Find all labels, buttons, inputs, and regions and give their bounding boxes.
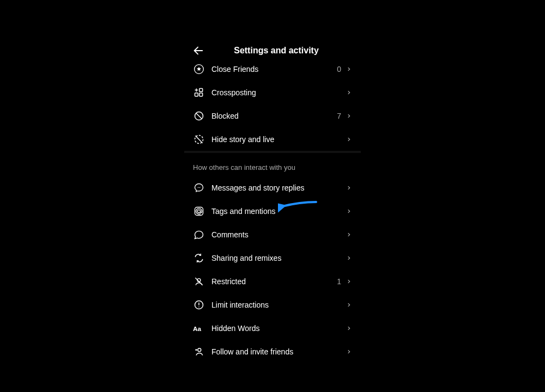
row-label: Limit interactions [211,301,346,309]
blocked-icon [193,110,205,122]
row-label: Sharing and remixes [211,254,346,262]
at-icon [193,205,205,217]
row-tags-mentions[interactable]: Tags and mentions [184,199,361,223]
messenger-icon [193,182,205,194]
chevron-right-icon [346,348,352,355]
chevron-right-icon [346,89,352,96]
row-label: Hide story and live [211,135,346,144]
settings-screen: Settings and activity Close Friends 0 [184,38,361,365]
svg-point-12 [197,210,200,212]
row-sharing[interactable]: Sharing and remixes [184,246,361,270]
aa-icon: Aa [193,322,205,334]
row-blocked[interactable]: Blocked 7 [184,104,361,127]
row-label: Blocked [211,112,337,120]
row-label: Close Friends [211,65,337,74]
row-value: 1 [337,277,341,286]
row-label: Crossposting [211,88,346,97]
svg-line-8 [196,113,202,119]
person-plus-icon [193,346,205,358]
row-close-friends[interactable]: Close Friends 0 [184,57,361,81]
grid-plus-icon [193,87,205,99]
row-label: Comments [211,230,346,239]
row-label: Messages and story replies [211,183,346,192]
svg-point-19 [198,348,201,351]
row-limit-interactions[interactable]: Limit interactions [184,293,361,316]
row-hide-story[interactable]: Hide story and live [184,127,361,151]
row-label: Follow and invite friends [211,347,346,356]
chevron-right-icon [346,278,352,285]
settings-list: Close Friends 0 Crossposting [184,57,361,363]
svg-rect-2 [195,93,198,96]
star-circle-icon [193,63,205,75]
chevron-right-icon [346,136,352,143]
row-restricted[interactable]: Restricted 1 [184,270,361,293]
svg-text:Aa: Aa [193,324,201,332]
row-messages[interactable]: Messages and story replies [184,176,361,199]
comment-icon [193,229,205,241]
row-value: 0 [337,65,341,74]
svg-point-17 [198,306,199,307]
row-label: Hidden Words [211,324,346,333]
row-label: Restricted [211,277,337,286]
chevron-right-icon [346,66,352,72]
chevron-right-icon [346,113,352,119]
chevron-right-icon [346,255,352,261]
alert-circle-icon [193,299,205,311]
chevron-right-icon [346,208,352,215]
chevron-right-icon [346,185,352,191]
chevron-right-icon [346,325,352,332]
row-follow-invite[interactable]: Follow and invite friends [184,340,361,363]
hide-story-icon [193,133,205,145]
page-title: Settings and activity [192,46,361,56]
row-crossposting[interactable]: Crossposting [184,81,361,104]
remix-icon [193,252,205,264]
svg-rect-4 [199,88,203,91]
section-header-interact: How others can interact with you [184,153,361,176]
restricted-icon [193,275,205,287]
svg-rect-3 [199,93,203,96]
row-hidden-words[interactable]: Aa Hidden Words [184,316,361,340]
chevron-right-icon [346,231,352,238]
row-value: 7 [337,112,341,120]
svg-line-10 [195,136,202,143]
row-label: Tags and mentions [211,207,346,216]
row-comments[interactable]: Comments [184,223,361,246]
chevron-right-icon [346,302,352,308]
